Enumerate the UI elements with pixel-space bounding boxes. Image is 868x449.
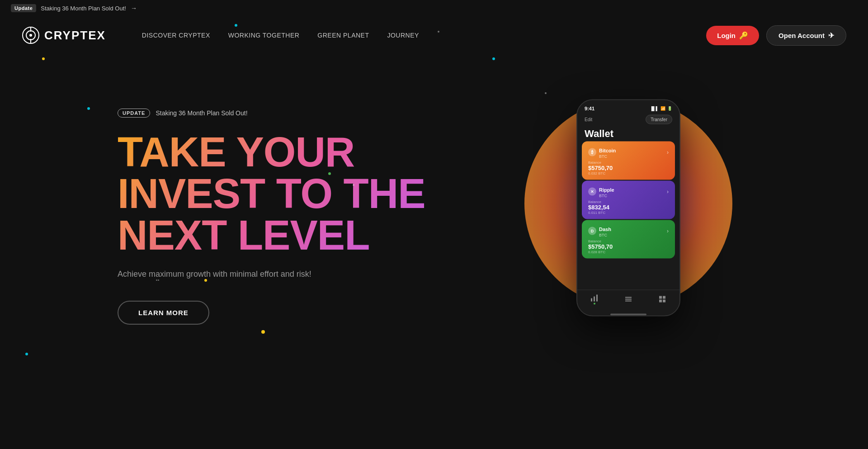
list-icon <box>624 295 632 303</box>
logo-icon <box>22 26 40 44</box>
dash-card[interactable]: D Dash BTC › Balance $5750,70 0.028 BTC <box>582 220 675 259</box>
crypto-cards-list: ₿ Bitcoin BTC › Balance $5750,70 0.032 B… <box>577 142 679 260</box>
phone-wallet-title: Wallet <box>577 128 679 142</box>
svg-rect-9 <box>625 299 632 300</box>
navbar: CRYPTEX DISCOVER CRYPTEX WORKING TOGETHE… <box>0 16 868 54</box>
ripple-symbol: BTC <box>599 194 614 198</box>
decorative-dot-15 <box>25 353 28 355</box>
svg-rect-8 <box>625 297 632 298</box>
dash-name: Dash <box>599 227 611 232</box>
grid-icon <box>658 295 666 303</box>
nav-planet[interactable]: GREEN PLANET <box>317 32 369 39</box>
login-icon: 🔑 <box>739 31 748 40</box>
phone-status-icons: ▐▌▌ 📶 🔋 <box>650 106 672 111</box>
svg-point-2 <box>29 34 32 37</box>
ripple-balance-label: Balance <box>588 200 669 204</box>
phone-container: 9:41 ▐▌▌ 📶 🔋 Edit Transfer Wallet <box>533 45 723 362</box>
ripple-card[interactable]: ✕ Ripple BTC › Balance $832,54 0.011 BTC <box>582 181 675 219</box>
decorative-dot-4 <box>87 107 90 110</box>
bitcoin-balance-label: Balance <box>588 161 669 165</box>
dash-balance-value: $5750,70 <box>588 243 669 250</box>
announcement-text: Staking 36 Month Plan Sold Out! <box>41 5 126 12</box>
bitcoin-card[interactable]: ₿ Bitcoin BTC › Balance $5750,70 0.032 B… <box>582 142 675 180</box>
hero-title: TAKE YOUR INVEST TO THE NEXT LEVEL <box>118 131 425 256</box>
chart-icon <box>590 294 599 302</box>
open-account-icon: ✈ <box>828 31 834 40</box>
phone-nav-list[interactable] <box>624 295 632 303</box>
hero-title-line1: TAKE YOUR <box>118 129 354 175</box>
decorative-dot-14 <box>545 92 547 94</box>
decorative-dot-12 <box>158 279 159 281</box>
decorative-dot-3 <box>492 57 495 60</box>
hero-subtitle: Achieve maximum growth with minimal effo… <box>118 269 425 279</box>
hero-title-line2: INVEST TO THE <box>118 170 425 217</box>
bitcoin-arrow: › <box>667 149 669 156</box>
login-label: Login <box>717 32 736 39</box>
ripple-btc-value: 0.011 BTC <box>588 211 669 215</box>
hero-title-line3: NEXT LEVEL <box>118 212 369 258</box>
signal-icon: ▐▌▌ <box>650 106 659 111</box>
phone-bottom-nav <box>577 290 679 312</box>
dash-btc-value: 0.028 BTC <box>588 250 669 254</box>
svg-rect-14 <box>663 300 665 302</box>
decorative-dot-13 <box>261 330 265 334</box>
logo-text: CRYPTEX <box>44 28 106 43</box>
announcement-badge: Update <box>11 4 36 12</box>
bitcoin-btc-value: 0.032 BTC <box>588 171 669 175</box>
nav-discover[interactable]: DISCOVER CRYPTEX <box>142 32 210 39</box>
svg-rect-11 <box>659 296 662 299</box>
ripple-name-row: ✕ Ripple BTC <box>588 185 614 198</box>
learn-more-button[interactable]: LEARN MORE <box>118 301 209 325</box>
hero-badge-desc: Staking 36 Month Plan Sold Out! <box>156 109 247 117</box>
open-account-button[interactable]: Open Account ✈ <box>766 25 846 46</box>
open-account-label: Open Account <box>778 32 825 39</box>
battery-icon: 🔋 <box>667 106 672 111</box>
announcement-bar: Update Staking 36 Month Plan Sold Out! → <box>0 0 868 16</box>
nav-links: DISCOVER CRYPTEX WORKING TOGETHER GREEN … <box>142 31 419 39</box>
phone-home-indicator <box>610 314 646 316</box>
hero-section: UPDATE Staking 36 Month Plan Sold Out! T… <box>0 54 868 449</box>
phone-nav-grid[interactable] <box>658 295 666 303</box>
login-button[interactable]: Login 🔑 <box>706 26 759 45</box>
decorative-dot-10 <box>204 279 207 282</box>
logo-link[interactable]: CRYPTEX <box>22 26 106 44</box>
ripple-balance-value: $832,54 <box>588 204 669 211</box>
phone-nav-chart[interactable] <box>590 294 599 305</box>
phone-edit-label: Edit <box>585 117 592 122</box>
hero-badge: UPDATE Staking 36 Month Plan Sold Out! <box>118 109 248 118</box>
dash-icon: D <box>588 227 596 235</box>
phone-transfer-btn[interactable]: Transfer <box>646 115 672 124</box>
bitcoin-balance-value: $5750,70 <box>588 165 669 171</box>
phone-frame: 9:41 ▐▌▌ 📶 🔋 Edit Transfer Wallet <box>576 99 680 317</box>
decorative-dot-6 <box>353 184 354 186</box>
phone-time: 9:41 <box>585 106 594 111</box>
nav-journey[interactable]: JOURNEY <box>387 32 419 39</box>
hero-content: UPDATE Staking 36 Month Plan Sold Out! T… <box>118 90 425 325</box>
bitcoin-name: Bitcoin <box>599 148 616 153</box>
ripple-arrow: › <box>667 189 669 195</box>
hero-badge-label: UPDATE <box>118 109 150 118</box>
announcement-arrow: → <box>131 5 137 12</box>
ripple-name: Ripple <box>599 187 614 193</box>
wifi-icon: 📶 <box>660 106 665 111</box>
svg-rect-6 <box>594 297 595 302</box>
bitcoin-symbol: BTC <box>599 154 616 159</box>
decorative-dot-2 <box>42 57 45 60</box>
dash-balance-section: Balance $5750,70 0.028 BTC <box>588 239 669 254</box>
svg-rect-13 <box>659 300 662 302</box>
svg-rect-5 <box>591 298 592 302</box>
ripple-balance-section: Balance $832,54 0.011 BTC <box>588 200 669 215</box>
svg-rect-10 <box>625 301 632 302</box>
phone-header-row: Edit Transfer <box>577 113 679 128</box>
bitcoin-balance-section: Balance $5750,70 0.032 BTC <box>588 161 669 175</box>
nav-working[interactable]: WORKING TOGETHER <box>228 32 300 39</box>
bitcoin-icon: ₿ <box>588 148 596 156</box>
svg-rect-7 <box>596 295 598 302</box>
phone-screen: 9:41 ▐▌▌ 📶 🔋 Edit Transfer Wallet <box>577 100 679 316</box>
dash-arrow: › <box>667 228 669 234</box>
dash-symbol: BTC <box>599 233 611 237</box>
nav-active-dot <box>594 303 595 305</box>
bitcoin-name-row: ₿ Bitcoin BTC <box>588 146 616 159</box>
svg-rect-12 <box>663 296 665 299</box>
ripple-icon: ✕ <box>588 188 596 196</box>
